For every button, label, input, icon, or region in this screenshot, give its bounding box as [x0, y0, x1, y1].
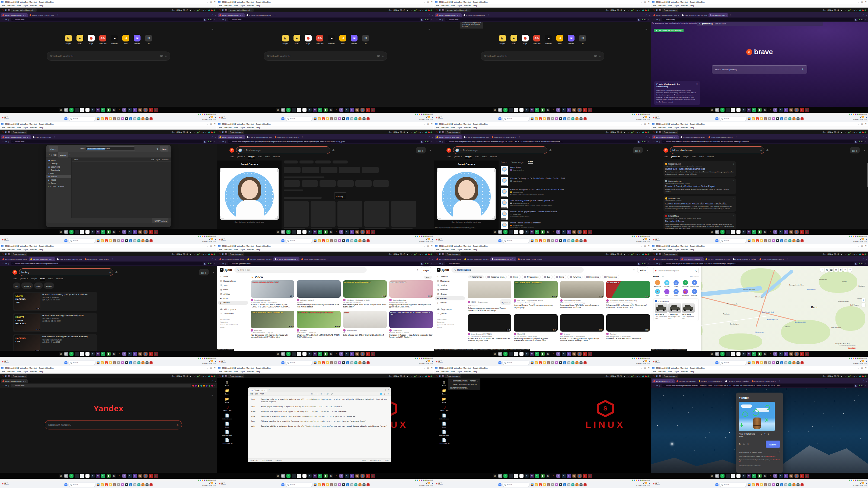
vbox-menu-item[interactable]: Help	[39, 370, 43, 372]
taskbar-weather[interactable]: ☂33°FCloudy	[653, 482, 660, 486]
vbox-menu-item[interactable]: Input	[241, 127, 245, 129]
power-tool-icon[interactable]: ⏻	[752, 230, 756, 234]
explorer-icon[interactable]: ▥	[101, 483, 104, 486]
pin-icon[interactable]: ➤	[772, 239, 775, 242]
nav-video[interactable]: video	[258, 156, 262, 158]
clipboard-icon[interactable]: ▣	[407, 9, 408, 11]
social-icon[interactable]: f	[117, 230, 121, 234]
home-search-bar[interactable]: Search with Yandex AI⌨◎	[46, 52, 170, 61]
paint-icon[interactable]: 🎨	[576, 483, 579, 486]
social-icon[interactable]: f	[334, 474, 338, 478]
assistant-icon[interactable]: ◔	[286, 474, 290, 478]
phone-link-icon[interactable]: ◈	[354, 118, 358, 120]
service-shortcut-maps[interactable]: ⬤Maps	[88, 35, 95, 44]
paint-icon[interactable]: 🎨	[576, 361, 579, 364]
netgraph-icon[interactable]: ▂▄	[630, 131, 632, 133]
browser-tab[interactable]: profile image - Brave Search	[707, 135, 734, 139]
chrome-icon[interactable]: ◉	[303, 352, 307, 356]
explorer-icon[interactable]: ▥	[535, 118, 538, 120]
taskbar-weather[interactable]: ☂33°FCloudy	[436, 238, 443, 241]
persona-icon[interactable]: 👤	[795, 352, 799, 356]
tor-refresh-icon[interactable]: ↻	[313, 474, 317, 478]
files-icon[interactable]: ▤	[64, 352, 68, 356]
result-title[interactable]: Profile Picture Sketch Generator	[510, 222, 649, 224]
clipboard-app-icon[interactable]: ▤	[784, 239, 787, 242]
sidebar-footer-link[interactable]: Всё о Дзене	[437, 319, 446, 320]
academy-icon[interactable]: 🎓	[805, 230, 809, 234]
social-icon[interactable]: f	[551, 474, 555, 478]
url-bar[interactable]: ▲yandex.com	[10, 140, 203, 143]
category-restaurants[interactable]: 🍴Restaurants	[653, 280, 662, 287]
browser-tab[interactable]: Are you not a robot?✕	[652, 379, 675, 383]
assistant-icon[interactable]: ◔	[503, 352, 507, 356]
service-shortcut-all[interactable]: ⊞All	[362, 35, 369, 44]
taskbar-tray[interactable]: ^ 🎤 📶 ◖ ▮6:12 AM11/16/2025	[419, 116, 433, 121]
dog-icon[interactable]: 🐕	[138, 108, 143, 112]
url-bar[interactable]: ▲profile imag	[661, 18, 854, 22]
taskbar-tray[interactable]: ^ 🎤 📶 ◖ ▮6:14 AM11/16/2025	[853, 116, 867, 121]
explorer-icon[interactable]: ▥	[318, 483, 321, 486]
chrome-icon[interactable]: ◉	[303, 474, 307, 478]
persona-icon[interactable]: 👤	[361, 108, 365, 112]
nav-translate[interactable]: translate	[273, 156, 280, 158]
kde-icon[interactable]: K	[773, 230, 777, 234]
topic-chip-0[interactable]: ≡Каталог тем	[468, 275, 484, 279]
vbox-menu-item[interactable]: File	[219, 5, 222, 6]
folder-icon[interactable]: ▣	[543, 239, 546, 242]
taskbar-tray[interactable]: ^ 🎤 📶 ◖ ▮6:13 AM11/16/2025	[636, 116, 650, 121]
sidebar-item-8[interactable]: ☺To children	[218, 312, 248, 316]
desktop-icon-6[interactable]: 📄extensions.txt	[436, 430, 452, 436]
dzen-video-card[interactable]: ПРОБУЮ НОВИНКИ08:09Katerina Davydova275 …	[389, 280, 433, 308]
battery-icon[interactable]: ▮	[855, 131, 855, 133]
audit-icon[interactable]: ◍	[329, 230, 333, 234]
url-bar[interactable]: ▲yandex.com/showcaptcha?form-fb-hint=7.1…	[661, 384, 854, 387]
globe-icon[interactable]: ⬤	[208, 131, 210, 133]
clipboard-icon[interactable]: ▣	[624, 375, 625, 377]
tablet-icon[interactable]: ▯	[350, 474, 354, 478]
netgraph-icon[interactable]: ▂▄	[196, 131, 198, 133]
photos-icon[interactable]: 🌄	[748, 483, 751, 486]
taskbar-search[interactable]: 🔍Search	[69, 238, 96, 243]
netgraph-icon[interactable]: ▂▄	[630, 375, 632, 377]
explorer-icon[interactable]: ▥	[535, 483, 538, 486]
divider-icon[interactable]: ▪	[424, 131, 425, 133]
red-app-icon[interactable]: ●	[583, 108, 587, 112]
tablet-icon[interactable]: ▯	[133, 352, 137, 356]
audit-icon[interactable]: ◍	[763, 474, 767, 478]
map-tool-button[interactable]: ▦	[839, 268, 842, 272]
service-shortcut-games[interactable]: ▣Games	[351, 35, 358, 44]
netgraph-icon[interactable]: ▂▄	[847, 131, 849, 133]
mobile-icon[interactable]: ▮	[323, 108, 328, 112]
terminal-icon[interactable]: ›_	[509, 474, 513, 478]
sidebar-item-8[interactable]: ☺Детям	[435, 312, 465, 316]
vbox-menu-item[interactable]: View	[451, 370, 455, 372]
service-shortcut-translate[interactable]: AあTranslate	[99, 35, 106, 44]
sidebar-item-7[interactable]: 🎮Video games	[218, 307, 248, 311]
g-icon[interactable]: G	[780, 239, 783, 242]
bat-icon[interactable]: ♞	[125, 239, 128, 242]
photos-icon[interactable]: 🌄	[531, 118, 534, 120]
nav-web[interactable]: web	[447, 156, 451, 158]
dog-icon[interactable]: 🐕	[789, 474, 794, 478]
battery-icon[interactable]: ▮	[204, 253, 204, 255]
vbox-menu-item[interactable]: Machine	[441, 249, 448, 251]
pin-icon[interactable]: ➤	[772, 118, 775, 120]
taskbar-weather[interactable]: ☂33°FCloudy	[436, 116, 443, 120]
taskbar-weather[interactable]: ☂33°FCloudy	[2, 482, 9, 486]
battery-icon[interactable]: ▮	[204, 9, 204, 11]
vbox-menu-item[interactable]: Devices	[681, 370, 688, 372]
brave-icon[interactable]: ▲	[322, 483, 325, 486]
explorer-icon[interactable]: ▥	[101, 361, 104, 364]
chrome-icon[interactable]: ◉	[520, 108, 524, 112]
bat-icon[interactable]: ♞	[559, 118, 562, 120]
record-icon[interactable]: ⬤	[862, 253, 864, 255]
box-icon[interactable]: ◫	[330, 239, 333, 242]
brave-icon[interactable]: ▲	[539, 118, 542, 120]
vbox-menu-item[interactable]: Devices	[681, 127, 688, 129]
terminal-icon[interactable]: ›_	[509, 352, 513, 356]
vbox-menu-item[interactable]: Devices	[30, 5, 37, 6]
bat-icon[interactable]: ♞	[125, 483, 128, 486]
record-icon[interactable]: ⬤	[645, 253, 647, 255]
dzen-video-card[interactable]: 18:25Игорь Бурцев АВТО / ЛОДКИ13,7 тыс с…	[468, 314, 511, 342]
url-bar[interactable]: ▲yandex.com	[10, 18, 203, 22]
